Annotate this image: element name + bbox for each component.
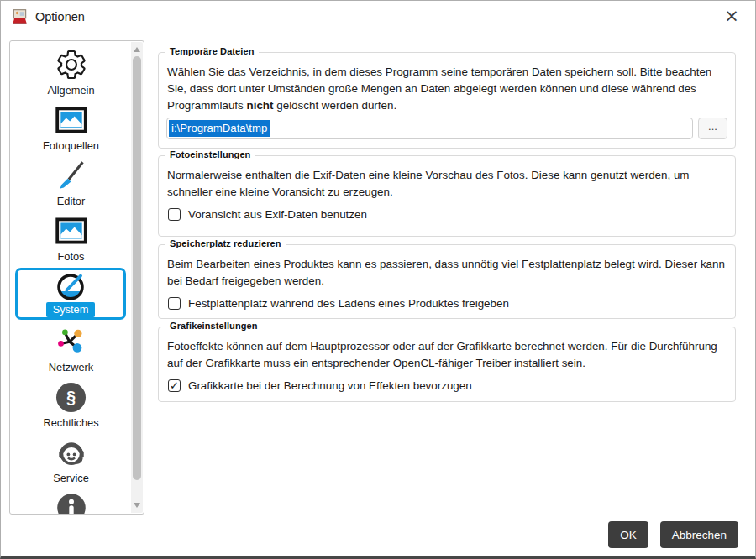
sidebar-nav-list: Allgemein Fotoquellen [11, 41, 131, 514]
groupbox-temporaere-dateien: Temporäre Dateien Wählen Sie das Verzeic… [158, 52, 736, 149]
groupbox-speicherplatz: Speicherplatz reduzieren Beim Bearbeiten… [158, 244, 736, 319]
sidebar-item-label: Rechtliches [36, 415, 105, 431]
checkbox-label: Grafikkarte bei der Berechnung von Effek… [188, 379, 472, 392]
sidebar-item-allgemein[interactable]: Allgemein [11, 44, 131, 100]
brush-icon [55, 157, 87, 194]
temp-path-input[interactable]: i:\ProgramData\tmp [166, 118, 693, 139]
free-disk-space-checkbox-row[interactable]: Festplattenplatz während des Ladens eine… [168, 297, 735, 310]
footer-buttons: OK Abbrechen [608, 521, 738, 548]
paragraph-icon: § [56, 379, 86, 415]
photo-icon [55, 102, 87, 138]
paragraph-glyph: § [56, 383, 86, 412]
title-bar: Optionen × [1, 1, 755, 32]
gear-icon [55, 46, 88, 83]
groupbox-description: Fotoeffekte können auf dem Hauptprozesso… [159, 327, 735, 372]
groupbox-title: Grafikeinstellungen [165, 321, 262, 331]
groupbox-description: Beim Bearbeiten eines Produktes kann es … [159, 245, 735, 290]
sidebar-item-label: Fotos [50, 249, 91, 264]
sidebar-item-label: Editor [50, 194, 92, 209]
groupbox-title: Speicherplatz reduzieren [165, 238, 286, 248]
cancel-button[interactable]: Abbrechen [660, 521, 738, 548]
photo-icon [55, 212, 87, 249]
close-button[interactable]: × [717, 3, 747, 29]
window-title: Optionen [35, 10, 85, 24]
sidebar-item-editor[interactable]: Editor [11, 155, 131, 211]
sidebar-item-rechtliches[interactable]: § Rechtliches [11, 377, 131, 432]
sidebar-item-label: Service [46, 471, 96, 486]
scrollbar-thumb[interactable] [133, 56, 141, 480]
checkbox[interactable] [168, 297, 181, 310]
groupbox-fotoeinstellungen: Fotoeinstellungen Normalerweise enthalte… [158, 155, 736, 237]
sidebar-item-service[interactable]: Service [11, 432, 131, 488]
sidebar-item-fotos[interactable]: Fotos [11, 211, 131, 266]
headset-icon [55, 434, 87, 471]
options-dialog: Optionen × Allgemein [0, 0, 756, 559]
selected-path-text: i:\ProgramData\tmp [168, 120, 270, 137]
checkbox-label: Voransicht aus Exif-Daten benutzen [188, 208, 367, 221]
sidebar-item-label: Allgemein [40, 83, 101, 98]
scroll-up-icon[interactable] [134, 47, 140, 52]
gpu-prefer-checkbox-row[interactable]: ✓ Grafikkarte bei der Berechnung von Eff… [168, 379, 735, 392]
browse-button[interactable]: ... [698, 118, 727, 139]
share-network-icon [55, 323, 87, 360]
sidebar: Allgemein Fotoquellen [9, 40, 144, 515]
groupbox-description: Normalerweise enthalten die Exif-Daten e… [159, 156, 735, 201]
sidebar-item-label: Netzwerk [42, 360, 100, 375]
description-bold-word: nicht [247, 99, 274, 112]
sidebar-item-info[interactable] [11, 488, 131, 514]
sidebar-item-netzwerk[interactable]: Netzwerk [11, 321, 131, 377]
sidebar-scrollbar[interactable] [131, 42, 143, 513]
gauge-icon [55, 270, 87, 302]
path-row: i:\ProgramData\tmp ... [166, 118, 727, 139]
scroll-down-icon[interactable] [134, 503, 140, 508]
checkbox-label: Festplattenplatz während des Ladens eine… [188, 297, 509, 310]
sidebar-item-label: System [46, 302, 96, 317]
sidebar-item-label: Fotoquellen [36, 138, 106, 154]
info-icon [55, 489, 87, 514]
sidebar-item-system[interactable]: System [15, 268, 126, 320]
groupbox-title: Fotoeinstellungen [165, 149, 255, 159]
groupbox-title: Temporäre Dateien [165, 46, 259, 56]
sidebar-item-fotoquellen[interactable]: Fotoquellen [11, 100, 131, 155]
checkbox[interactable] [168, 208, 181, 221]
description-text: gelöscht werden dürfen. [274, 99, 397, 112]
app-logo-icon [12, 8, 28, 24]
ok-button[interactable]: OK [608, 521, 648, 548]
groupbox-description: Wählen Sie das Verzeichnis, in dem diese… [159, 53, 735, 114]
checkbox-checked[interactable]: ✓ [168, 379, 181, 392]
groupbox-grafikeinstellungen: Grafikeinstellungen Fotoeffekte können a… [158, 327, 736, 402]
exif-preview-checkbox-row[interactable]: Voransicht aus Exif-Daten benutzen [168, 208, 735, 221]
